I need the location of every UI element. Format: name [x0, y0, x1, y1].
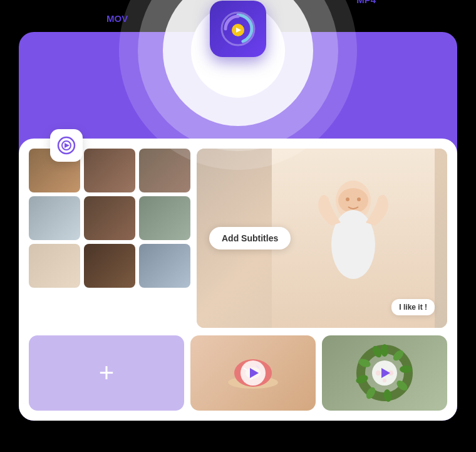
video-thumb-wreath[interactable] [322, 335, 447, 411]
svg-point-30 [400, 365, 412, 373]
subtitle-badge: I like it ! [391, 299, 435, 315]
app-icon[interactable] [210, 1, 266, 57]
white-card: Add Subtitles I like it ! + [19, 139, 457, 421]
circle-area: AAC MKV MP3 AC3 MP4 MOV [119, 0, 357, 170]
thumb-5[interactable] [84, 196, 135, 240]
thumb-9[interactable] [139, 244, 190, 288]
main-container: AAC MKV MP3 AC3 MP4 MOV [19, 32, 457, 421]
play-btn-donut[interactable] [241, 360, 266, 386]
thumb-8[interactable] [84, 244, 135, 288]
svg-point-19 [346, 197, 349, 201]
video-thumb-donut[interactable] [190, 335, 316, 411]
format-label-mp4: MP4 [356, 0, 376, 5]
svg-point-20 [357, 197, 361, 201]
add-subtitles-button[interactable]: Add Subtitles [209, 227, 291, 250]
app-logo-svg [219, 10, 257, 48]
add-media-tile[interactable]: + [29, 335, 184, 411]
plus-icon: + [99, 358, 115, 388]
thumbnail-grid [29, 149, 190, 328]
play-triangle-icon-2 [381, 368, 390, 378]
float-icon [50, 129, 83, 162]
thumb-7[interactable] [29, 244, 80, 288]
play-btn-wreath[interactable] [372, 360, 397, 386]
video-panel: Add Subtitles I like it ! [197, 149, 447, 328]
baby-svg [313, 176, 394, 301]
format-label-mov: MOV [106, 13, 128, 24]
svg-marker-15 [65, 143, 70, 148]
thumb-4[interactable] [29, 196, 80, 240]
thumb-6[interactable] [139, 196, 190, 240]
content-row: Add Subtitles I like it ! [29, 149, 447, 328]
svg-point-28 [381, 344, 388, 357]
play-triangle-icon [250, 368, 259, 378]
bottom-row: + [29, 335, 447, 411]
